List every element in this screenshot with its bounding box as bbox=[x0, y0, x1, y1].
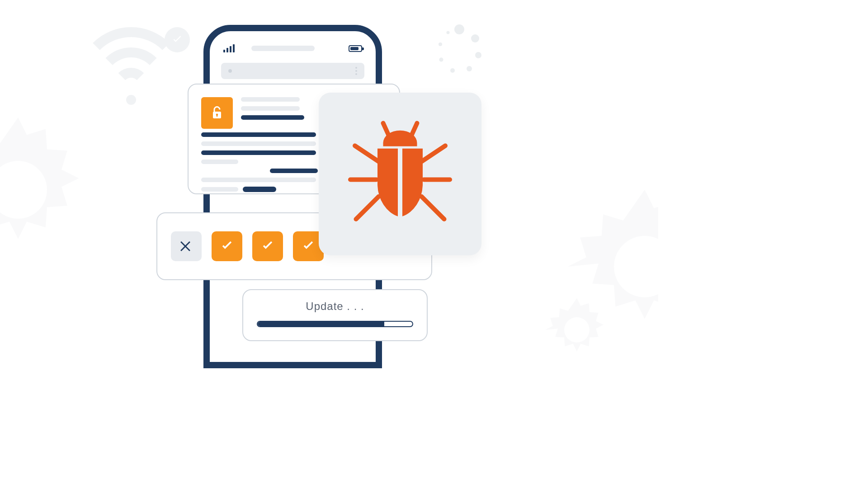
update-label: Update . . . bbox=[306, 300, 364, 313]
check-icon bbox=[252, 231, 283, 261]
bug-card bbox=[319, 93, 481, 255]
update-card: Update . . . bbox=[242, 289, 428, 341]
signal-icon bbox=[223, 44, 235, 52]
wifi-check-badge-icon bbox=[165, 27, 190, 52]
svg-point-0 bbox=[454, 24, 464, 34]
wifi-icon bbox=[77, 27, 185, 117]
svg-point-3 bbox=[467, 66, 472, 71]
bug-icon bbox=[344, 117, 457, 230]
lock-open-icon bbox=[201, 97, 233, 129]
svg-point-2 bbox=[475, 52, 481, 58]
status-bar-pill bbox=[251, 46, 315, 51]
update-progress-fill bbox=[258, 322, 384, 326]
update-progress-bar bbox=[257, 321, 413, 327]
close-icon bbox=[171, 231, 202, 261]
gear-icon bbox=[0, 117, 90, 262]
svg-rect-10 bbox=[217, 115, 217, 117]
svg-line-11 bbox=[383, 123, 389, 136]
svg-line-12 bbox=[411, 123, 417, 136]
gear-icon bbox=[545, 298, 609, 361]
svg-point-4 bbox=[450, 68, 455, 73]
battery-icon bbox=[349, 45, 362, 52]
loading-dots-icon bbox=[432, 23, 486, 77]
check-icon bbox=[212, 231, 242, 261]
svg-point-5 bbox=[439, 58, 443, 62]
search-bar bbox=[221, 63, 364, 79]
svg-point-1 bbox=[471, 34, 479, 42]
svg-point-7 bbox=[447, 31, 450, 34]
kebab-menu-icon bbox=[355, 67, 357, 75]
svg-point-6 bbox=[439, 42, 442, 46]
